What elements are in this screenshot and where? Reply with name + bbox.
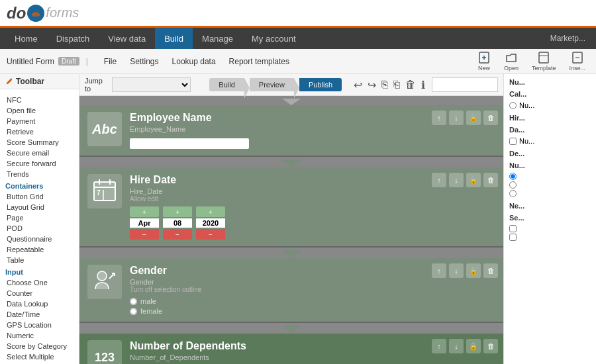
panel-item-table[interactable]: Table [0, 255, 79, 265]
right-se-check-1[interactable] [509, 224, 591, 233]
nav-home[interactable]: Home [5, 28, 47, 49]
panel-item-layoutgrid[interactable]: Layout Grid [0, 202, 79, 212]
search-input[interactable] [432, 77, 498, 92]
right-nu-radio-2[interactable] [509, 181, 591, 189]
se-check-2[interactable] [509, 234, 517, 241]
nu-radio-2[interactable] [509, 181, 517, 189]
abc-icon: Abc [92, 122, 117, 137]
nu-radio-3[interactable] [509, 190, 517, 197]
funnel-arrow-top [282, 99, 301, 105]
paste-btn[interactable]: ⎗ [392, 79, 401, 91]
year-val: 2020 [196, 218, 225, 228]
month-up-btn[interactable]: + [130, 206, 159, 217]
new-label: New [478, 65, 490, 71]
panel-item-numeric[interactable]: Numeric [0, 330, 79, 341]
lookup-link[interactable]: Lookup data [172, 57, 216, 66]
radio-male[interactable]: male [130, 297, 495, 305]
move-down-btn-4[interactable]: ↓ [449, 339, 464, 353]
panel-item-questionnaire[interactable]: Questionnaire [0, 234, 79, 244]
right-nu-radio-1[interactable] [509, 172, 591, 181]
nav-dispatch[interactable]: Dispatch [47, 28, 99, 49]
nav-build[interactable]: Build [155, 28, 193, 49]
panel-item-chooseone[interactable]: Choose One [0, 277, 79, 288]
delete-btn[interactable]: 🗑 [404, 79, 417, 91]
nav-myaccount[interactable]: My account [242, 28, 305, 49]
month-down-btn[interactable]: − [130, 229, 159, 240]
year-down-btn[interactable]: − [196, 229, 225, 240]
field-num-dependents[interactable]: 123 Number of Dependents Number_of_Depen… [79, 334, 503, 364]
panel-item-pod[interactable]: POD [0, 223, 79, 234]
preview-step-btn[interactable]: Preview [250, 78, 294, 91]
calc-radio-1[interactable] [509, 102, 517, 109]
date-picker-month: + Apr − [130, 206, 159, 240]
panel-item-secureemail[interactable]: Secure email [0, 148, 79, 158]
lock-btn-2[interactable]: 🔒 [466, 173, 481, 187]
person-icon [92, 269, 117, 295]
day-up-btn[interactable]: + [163, 206, 192, 217]
right-calc-radio[interactable]: Nu... [509, 101, 591, 110]
lock-btn[interactable]: 🔒 [466, 111, 481, 125]
radio-female[interactable]: female [130, 307, 495, 315]
panel-item-secureforward[interactable]: Secure forward [0, 158, 79, 169]
delete-field-btn-3[interactable]: 🗑 [483, 263, 498, 278]
panel-item-gpslocation[interactable]: GPS Location [0, 320, 79, 330]
file-link[interactable]: File [104, 57, 117, 66]
lock-btn-3[interactable]: 🔒 [466, 263, 481, 278]
panel-item-trends[interactable]: Trends [0, 169, 79, 179]
redo-btn[interactable]: ↪ [366, 79, 377, 91]
da-check-1[interactable] [509, 138, 517, 145]
panel-item-openfile[interactable]: Open file [0, 105, 79, 116]
build-step-btn[interactable]: Build [209, 78, 244, 91]
move-up-btn[interactable]: ↑ [432, 111, 446, 125]
undo-btn[interactable]: ↩ [352, 79, 364, 91]
step-buttons: Build Preview Publish [209, 78, 342, 91]
move-up-btn-3[interactable]: ↑ [432, 263, 446, 278]
publish-step-btn[interactable]: Publish [299, 78, 342, 91]
delete-field-btn-4[interactable]: 🗑 [483, 339, 498, 353]
help-btn[interactable]: ℹ [420, 79, 426, 91]
nav-viewdata[interactable]: View data [99, 28, 155, 49]
settings-link[interactable]: Settings [130, 57, 158, 66]
nav-manage[interactable]: Manage [193, 28, 242, 49]
hire-date-hint: Allow edit [130, 195, 495, 203]
panel-item-page[interactable]: Page [0, 212, 79, 223]
panel-item-counter[interactable]: Counter [0, 288, 79, 298]
year-up-btn[interactable]: + [196, 206, 225, 217]
field-gender[interactable]: Gender Gender Turn off selection outline… [79, 258, 503, 323]
open-button[interactable]: Open [500, 50, 522, 73]
jump-to-select[interactable] [112, 77, 191, 92]
panel-item-payment[interactable]: Payment [0, 116, 79, 126]
day-down-btn[interactable]: − [163, 229, 192, 240]
se-check-1[interactable] [509, 225, 517, 232]
panel-item-retrieve[interactable]: Retrieve [0, 126, 79, 137]
calendar-icon: 7 [91, 178, 118, 205]
move-down-btn[interactable]: ↓ [449, 111, 464, 125]
copy-btn[interactable]: ⎘ [380, 79, 389, 91]
panel-item-scorebycategory[interactable]: Score by Category [0, 341, 79, 351]
panel-item-datalookup[interactable]: Data Lookup [0, 298, 79, 309]
move-down-btn-3[interactable]: ↓ [449, 263, 464, 278]
insert-button[interactable]: Inse... [565, 50, 589, 73]
panel-item-nfc[interactable]: NFC [0, 95, 79, 105]
panel-item-scoresummary[interactable]: Score Summary [0, 137, 79, 148]
right-da-item[interactable]: Nu... [509, 136, 591, 146]
new-button[interactable]: New [473, 50, 495, 73]
move-down-btn-2[interactable]: ↓ [449, 173, 464, 187]
field-employee-name[interactable]: Abc Employee Name Employee_Name ↑ ↓ 🔒 🗑 [79, 105, 503, 157]
nu-radio-1[interactable] [509, 173, 517, 180]
lock-btn-4[interactable]: 🔒 [466, 339, 481, 353]
panel-item-repeatable[interactable]: Repeatable [0, 244, 79, 255]
right-se-check-2[interactable] [509, 233, 591, 242]
panel-item-selectmultiple[interactable]: Select Multiple [0, 351, 79, 362]
delete-field-btn-2[interactable]: 🗑 [483, 173, 498, 187]
employee-name-input[interactable] [130, 138, 249, 149]
delete-field-btn[interactable]: 🗑 [483, 111, 498, 125]
panel-item-buttongrid[interactable]: Button Grid [0, 191, 79, 202]
right-nu-radio-3[interactable] [509, 189, 591, 198]
template-button[interactable]: Template [528, 50, 560, 73]
report-link[interactable]: Report templates [229, 57, 289, 66]
move-up-btn-2[interactable]: ↑ [432, 173, 446, 187]
move-up-btn-4[interactable]: ↑ [432, 339, 446, 353]
field-hire-date[interactable]: 7 Hire Date Hire_Date Allow edit + Apr − [79, 167, 503, 248]
panel-item-datetime[interactable]: Date/Time [0, 309, 79, 320]
